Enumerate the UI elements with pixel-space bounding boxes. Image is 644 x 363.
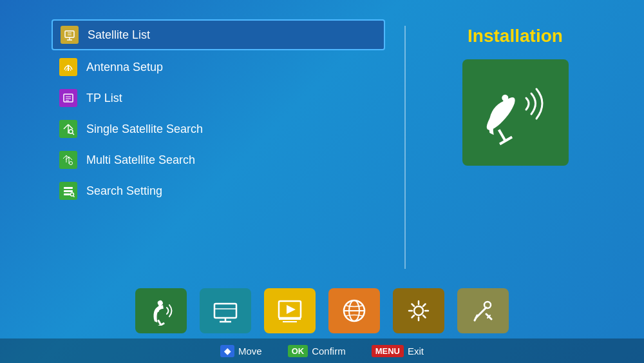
installation-icon: [146, 296, 176, 326]
menu-item-tp-list[interactable]: TP List: [52, 84, 385, 112]
menu-label-tp-list: TP List: [86, 92, 122, 105]
svg-point-26: [71, 193, 74, 196]
menu-label-single-satellite-search: Single Satellite Search: [86, 123, 203, 136]
menu-item-multi-satellite-search[interactable]: Multi Satellite Search: [52, 146, 385, 174]
svg-line-16: [63, 155, 66, 159]
svg-line-15: [73, 133, 75, 135]
svg-point-48: [414, 306, 423, 315]
menu-label-antenna-setup: Antenna Setup: [86, 61, 163, 74]
svg-rect-37: [214, 304, 236, 318]
svg-line-11: [64, 124, 68, 129]
svg-point-50: [484, 302, 491, 308]
svg-rect-25: [64, 193, 70, 195]
bottom-icon-installation[interactable]: [135, 288, 187, 333]
bottom-icon-tools[interactable]: [457, 288, 509, 333]
footer-exit-item: MENU Exit: [372, 345, 424, 357]
confirm-badge: OK: [288, 345, 308, 357]
svg-rect-23: [64, 187, 73, 189]
left-menu-panel: Satellite List Antenna Setup: [52, 19, 385, 275]
svg-point-14: [69, 130, 73, 133]
bottom-icon-channel-list[interactable]: [200, 288, 251, 333]
bottom-icons-row: [0, 282, 644, 338]
bottom-icon-network[interactable]: [328, 288, 380, 333]
tp-list-icon: [59, 89, 77, 107]
search-setting-icon: [59, 182, 77, 200]
footer-confirm-item: OK Confirm: [288, 345, 346, 357]
menu-item-single-satellite-search[interactable]: Single Satellite Search: [52, 115, 385, 143]
svg-line-31: [499, 130, 506, 141]
globe-icon: [339, 296, 369, 326]
menu-label-multi-satellite-search: Multi Satellite Search: [86, 153, 195, 167]
section-title: Installation: [468, 26, 563, 46]
media-icon: [275, 296, 305, 326]
menu-label-satellite-list: Satellite List: [88, 28, 150, 42]
menu-item-satellite-list[interactable]: Satellite List: [52, 19, 385, 50]
svg-rect-24: [64, 190, 73, 192]
content-area: Satellite List Antenna Setup: [0, 0, 644, 282]
bottom-icon-settings[interactable]: [393, 288, 444, 333]
move-badge: ◆: [220, 345, 234, 357]
svg-point-6: [68, 65, 70, 67]
exit-label: Exit: [408, 346, 424, 357]
vertical-divider: [404, 26, 406, 269]
svg-point-28: [482, 93, 518, 133]
bottom-icon-media[interactable]: [264, 288, 316, 333]
right-panel: Installation: [425, 19, 605, 275]
exit-badge: MENU: [372, 345, 404, 357]
move-label: Move: [238, 346, 262, 357]
svg-line-51: [475, 315, 477, 320]
feature-satellite-icon: [473, 71, 557, 155]
tv-icon: [211, 296, 240, 326]
svg-rect-0: [65, 31, 74, 37]
svg-line-12: [68, 124, 73, 129]
svg-line-27: [73, 196, 75, 197]
single-sat-search-icon: [59, 120, 77, 138]
menu-label-search-setting: Search Setting: [86, 184, 162, 198]
svg-line-32: [500, 137, 512, 144]
satellite-list-icon: [61, 26, 79, 44]
menu-item-search-setting[interactable]: Search Setting: [52, 177, 385, 205]
multi-sat-search-icon: [59, 151, 77, 169]
feature-icon-box: [462, 59, 569, 166]
antenna-setup-icon: [59, 58, 77, 76]
footer-move-item: ◆ Move: [220, 345, 262, 357]
tools-icon: [468, 296, 498, 326]
svg-marker-42: [287, 305, 296, 314]
menu-item-antenna-setup[interactable]: Antenna Setup: [52, 53, 385, 81]
main-container: Satellite List Antenna Setup: [0, 0, 644, 363]
footer-bar: ◆ Move OK Confirm MENU Exit: [0, 338, 644, 363]
svg-point-22: [70, 162, 73, 165]
gear-icon: [404, 296, 433, 326]
confirm-label: Confirm: [312, 346, 346, 357]
